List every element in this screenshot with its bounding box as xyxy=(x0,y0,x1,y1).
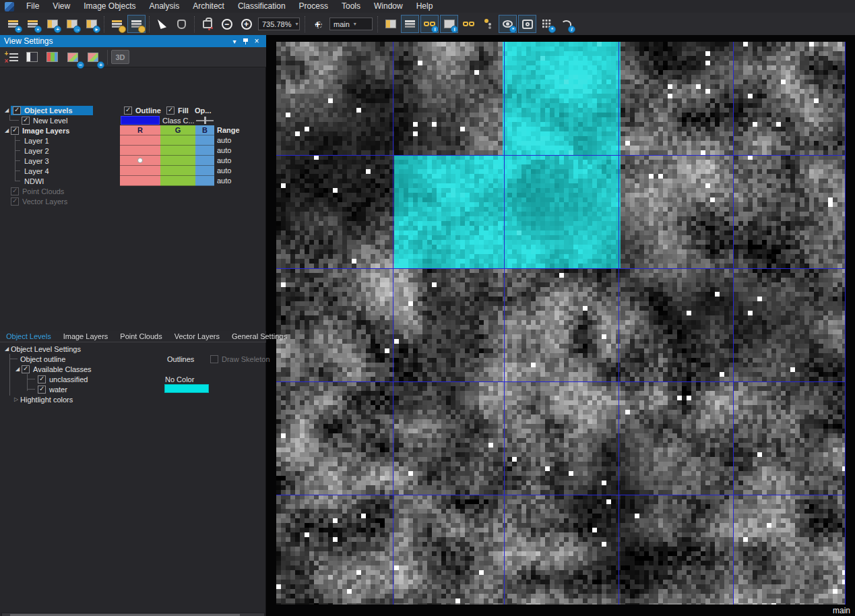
scroll-left-button[interactable]: ◄ xyxy=(2,613,9,616)
highlight-colors-row[interactable]: ▷ Hightlight colors xyxy=(12,394,73,404)
object-levels-checkbox[interactable] xyxy=(13,106,21,115)
view-select[interactable]: main▾ xyxy=(329,18,373,30)
select-cursor-button[interactable] xyxy=(153,15,171,33)
channel-cell[interactable] xyxy=(195,156,214,166)
process-tree-button[interactable] xyxy=(479,15,497,33)
menu-file[interactable]: File xyxy=(20,0,46,13)
channel-cell[interactable] xyxy=(160,146,195,156)
menu-view[interactable]: View xyxy=(46,0,77,13)
menu-window[interactable]: Window xyxy=(367,0,410,13)
channel-cell[interactable] xyxy=(160,156,195,166)
tree-row-point-clouds[interactable]: Point Clouds xyxy=(11,186,64,196)
outline-option[interactable]: Outline xyxy=(124,105,161,115)
scroll-right-button[interactable]: ► xyxy=(257,613,264,616)
expand-icon[interactable]: ◢ xyxy=(3,346,11,352)
outlines-value[interactable]: Outlines xyxy=(167,354,194,364)
tab-general-settings[interactable]: General Settings xyxy=(226,332,293,340)
menu-architect[interactable]: Architect xyxy=(186,0,231,13)
tab-object-levels[interactable]: Object Levels xyxy=(0,332,57,340)
three-layer-mix-button[interactable] xyxy=(43,49,61,66)
blue-channel-column[interactable]: B xyxy=(195,125,214,186)
panel-menu-button[interactable]: ▾ xyxy=(229,38,240,45)
tab-image-layers[interactable]: Image Layers xyxy=(57,332,115,340)
view-settings-button[interactable] xyxy=(401,15,419,33)
zoom-region-button[interactable] xyxy=(198,15,216,33)
draw-skeleton-option[interactable]: Draw Skeleton xyxy=(210,354,270,364)
zoom-level-select[interactable]: 735.78%▾ xyxy=(258,18,300,30)
menu-tools[interactable]: Tools xyxy=(335,0,367,13)
show-previous-view-button[interactable] xyxy=(108,15,126,33)
class-row-water[interactable]: water xyxy=(38,384,67,394)
open-workspace-button[interactable]: ▸ xyxy=(82,15,100,33)
expand-icon[interactable]: ◢ xyxy=(3,107,11,113)
single-layer-grayscale-button[interactable] xyxy=(23,49,41,66)
opacity-slider[interactable] xyxy=(196,116,214,125)
no-color-value[interactable]: No Color xyxy=(165,374,194,384)
import-scene-button[interactable]: → xyxy=(63,15,81,33)
previous-layer-button[interactable]: − xyxy=(63,49,82,66)
unclassified-checkbox[interactable] xyxy=(38,375,46,383)
settings-root-row[interactable]: ◢ Object Level Settings xyxy=(3,344,81,354)
tree-row-vector-layers[interactable]: Vector Layers xyxy=(11,196,67,206)
image-object-info-button[interactable]: i xyxy=(420,15,439,33)
save-project-button[interactable]: ▪ xyxy=(24,15,42,33)
find-and-select-button[interactable] xyxy=(518,15,536,33)
tree-row-layer[interactable]: NDWI xyxy=(24,176,44,186)
menu-image-objects[interactable]: Image Objects xyxy=(77,0,142,13)
fill-option[interactable]: Fill xyxy=(166,105,189,115)
collapsed-icon[interactable]: ▷ xyxy=(12,396,20,402)
new-project-button[interactable]: + xyxy=(4,15,22,33)
water-checkbox[interactable] xyxy=(38,386,46,394)
menu-analysis[interactable]: Analysis xyxy=(143,0,187,13)
pan-button[interactable] xyxy=(172,15,191,33)
range-value[interactable]: auto xyxy=(217,166,231,176)
pin-icon[interactable] xyxy=(243,38,249,45)
view-navigation-button[interactable]: * xyxy=(499,15,517,33)
tab-point-clouds[interactable]: Point Clouds xyxy=(114,332,168,340)
vector-layers-checkbox[interactable] xyxy=(11,197,19,206)
point-clouds-checkbox[interactable] xyxy=(11,187,19,195)
center-view-button[interactable]: + xyxy=(309,15,327,33)
channel-cell[interactable] xyxy=(120,146,160,156)
draw-skeleton-checkbox[interactable] xyxy=(210,355,218,363)
tree-row-object-levels[interactable]: ◢ Object Levels xyxy=(3,105,93,115)
panel-title-bar[interactable]: View Settings ▾ × xyxy=(0,35,266,47)
menu-process[interactable]: Process xyxy=(292,0,335,13)
3d-view-button[interactable]: 3D xyxy=(111,50,129,64)
window-layout-button[interactable] xyxy=(381,15,400,33)
edit-layer-mixing-button[interactable]: +× xyxy=(3,49,21,66)
channel-cell[interactable] xyxy=(120,176,160,186)
zoom-in-button[interactable]: + xyxy=(237,15,255,33)
channel-cell[interactable] xyxy=(120,135,160,146)
horizontal-scrollbar[interactable]: ◄ ► xyxy=(1,613,265,616)
viewer-canvas[interactable] xyxy=(276,42,846,605)
channel-cell[interactable] xyxy=(120,166,160,176)
channel-cell[interactable] xyxy=(195,166,214,176)
level-color-swatch[interactable] xyxy=(121,116,160,125)
available-classes-checkbox[interactable] xyxy=(22,365,30,373)
edit-vectors-button[interactable]: / xyxy=(557,15,575,33)
tab-vector-layers[interactable]: Vector Layers xyxy=(168,332,226,340)
channel-cell[interactable] xyxy=(160,176,195,186)
class-row-unclassified[interactable]: unclassified xyxy=(38,374,88,384)
slider-handle[interactable] xyxy=(204,117,206,124)
workspace-settings-button[interactable]: * xyxy=(538,15,556,33)
zoom-out-button[interactable]: − xyxy=(218,15,236,33)
menu-help[interactable]: Help xyxy=(410,0,440,13)
outline-checkbox[interactable] xyxy=(124,106,132,115)
water-color-swatch[interactable] xyxy=(164,384,209,393)
range-value[interactable]: auto xyxy=(217,135,231,146)
range-value[interactable]: auto xyxy=(217,146,231,156)
object-outline-row[interactable]: Object outline xyxy=(20,354,65,364)
channel-cell[interactable] xyxy=(160,135,195,146)
new-level-checkbox[interactable] xyxy=(22,117,30,125)
create-workspace-button[interactable]: + xyxy=(43,15,61,33)
range-value[interactable]: auto xyxy=(217,156,231,166)
show-current-view-button[interactable] xyxy=(127,15,146,33)
tree-row-layer[interactable]: Layer 2 xyxy=(24,146,49,156)
green-channel-column[interactable]: G xyxy=(160,125,195,186)
channel-assignment-dot[interactable] xyxy=(137,158,143,163)
channel-cell[interactable] xyxy=(195,135,214,146)
expand-icon[interactable]: ◢ xyxy=(13,366,22,372)
available-classes-row[interactable]: ◢ Available Classes xyxy=(13,364,92,374)
